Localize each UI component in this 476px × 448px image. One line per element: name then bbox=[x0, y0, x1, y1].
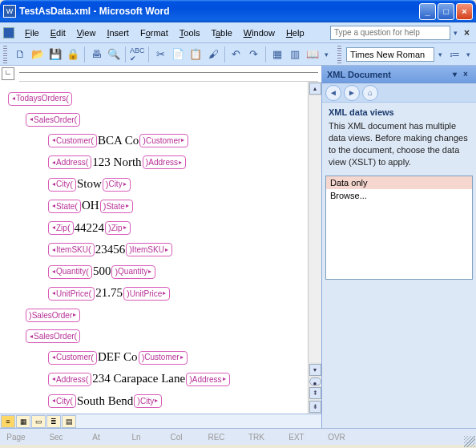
xml-tag-end[interactable]: )Address▸ bbox=[143, 155, 186, 169]
toolbar-overflow-icon[interactable]: ▾ bbox=[322, 50, 331, 59]
xml-tag-start[interactable]: ◂TodaysOrders( bbox=[8, 92, 72, 106]
xml-tag-end[interactable]: )Zip▸ bbox=[105, 221, 131, 235]
horizontal-ruler[interactable]: ∟ bbox=[19, 66, 318, 82]
nav-home-button[interactable]: ⌂ bbox=[362, 85, 378, 101]
tables-button[interactable]: ▦ bbox=[269, 46, 285, 63]
menu-view[interactable]: View bbox=[71, 26, 102, 40]
xml-tag-start[interactable]: ◂UnitPrice( bbox=[48, 287, 95, 301]
xml-tag-end[interactable]: )Address▸ bbox=[186, 373, 229, 386]
resize-grip[interactable] bbox=[464, 436, 475, 447]
xml-tag-end[interactable]: )Customer▸ bbox=[139, 351, 188, 365]
print-preview-button[interactable]: 🔍 bbox=[106, 46, 122, 63]
xml-tag-start[interactable]: ◂SalesOrder( bbox=[26, 113, 80, 127]
permission-button[interactable]: 🔒 bbox=[65, 46, 81, 63]
scroll-down-button[interactable]: ▾ bbox=[309, 364, 321, 376]
copy-button[interactable]: 📄 bbox=[170, 46, 186, 63]
font-dropdown-icon[interactable]: ▾ bbox=[436, 50, 445, 59]
field-value[interactable]: Stow bbox=[76, 177, 103, 190]
field-value[interactable]: BCA Co bbox=[97, 134, 139, 147]
cut-button[interactable]: ✂ bbox=[152, 46, 168, 63]
status-rec[interactable]: REC bbox=[205, 433, 228, 442]
xml-tag-end[interactable]: )ItemSKU▸ bbox=[126, 243, 172, 256]
toolbar-grip[interactable] bbox=[337, 46, 341, 63]
minimize-button[interactable]: _ bbox=[419, 3, 436, 20]
outline-view-button[interactable]: ≣ bbox=[46, 415, 61, 428]
open-button[interactable]: 📂 bbox=[30, 46, 46, 63]
menu-tools[interactable]: Tools bbox=[174, 26, 206, 40]
menu-format[interactable]: Format bbox=[135, 26, 174, 40]
xml-tag-end[interactable]: )UnitPrice▸ bbox=[123, 287, 170, 301]
status-trk[interactable]: TRK bbox=[245, 433, 268, 442]
field-value[interactable]: South Bend bbox=[76, 394, 134, 407]
nav-forward-button[interactable]: ► bbox=[344, 85, 360, 101]
taskpane-menu-icon[interactable]: ▾ bbox=[449, 70, 460, 79]
browse-object-button[interactable]: ● bbox=[309, 377, 321, 385]
status-ovr[interactable]: OVR bbox=[325, 433, 348, 442]
menu-table[interactable]: Table bbox=[205, 26, 237, 40]
toolbar-grip[interactable] bbox=[3, 46, 7, 63]
prev-page-button[interactable]: ⇞ bbox=[309, 387, 321, 399]
xml-tag-start[interactable]: ◂Zip( bbox=[48, 221, 74, 235]
xml-tag-start[interactable]: ◂Address( bbox=[48, 373, 91, 386]
xml-tag-end[interactable]: )City▸ bbox=[134, 394, 162, 408]
menu-insert[interactable]: Insert bbox=[101, 26, 135, 40]
menu-help[interactable]: Help bbox=[280, 26, 310, 40]
status-ext[interactable]: EXT bbox=[285, 433, 308, 442]
field-value[interactable]: DEF Co bbox=[97, 350, 139, 363]
list-item[interactable]: Browse... bbox=[326, 189, 472, 202]
normal-view-button[interactable]: ≡ bbox=[1, 415, 15, 428]
next-page-button[interactable]: ⇟ bbox=[309, 401, 321, 413]
xml-tag-start[interactable]: ◂City( bbox=[48, 394, 76, 408]
redo-button[interactable]: ↷ bbox=[246, 46, 262, 63]
tab-selector[interactable]: ∟ bbox=[2, 67, 14, 80]
xml-tag-start[interactable]: ◂Customer( bbox=[48, 134, 97, 147]
columns-button[interactable]: ▥ bbox=[287, 46, 303, 63]
doc-close-button[interactable]: × bbox=[461, 27, 473, 38]
paste-button[interactable]: 📋 bbox=[188, 46, 204, 63]
field-value[interactable]: 23456 bbox=[95, 243, 127, 256]
menu-window[interactable]: Window bbox=[238, 26, 280, 40]
spellcheck-button[interactable]: ABC✔ bbox=[129, 46, 146, 63]
web-view-button[interactable]: ▦ bbox=[16, 415, 30, 428]
undo-button[interactable]: ↶ bbox=[228, 46, 244, 63]
field-value[interactable]: 234 Carapace Lane bbox=[91, 372, 186, 385]
xml-tag-start[interactable]: ◂ItemSKU( bbox=[48, 243, 95, 256]
xml-tag-start[interactable]: ◂State( bbox=[48, 200, 81, 213]
xml-tag-end[interactable]: )SalesOrder▸ bbox=[26, 309, 80, 322]
read-button[interactable]: 📖 bbox=[305, 46, 321, 63]
scroll-track[interactable] bbox=[309, 96, 321, 362]
help-dropdown-icon[interactable]: ▾ bbox=[450, 29, 461, 37]
xml-tag-end[interactable]: )State▸ bbox=[100, 200, 133, 213]
field-value[interactable]: 44224 bbox=[74, 221, 106, 234]
print-view-button[interactable]: ▭ bbox=[31, 415, 46, 428]
xml-tag-end[interactable]: )City▸ bbox=[103, 178, 131, 192]
vertical-scrollbar[interactable]: ▴ ▾ ● ⇞ ⇟ bbox=[308, 82, 321, 414]
maximize-button[interactable]: □ bbox=[438, 3, 454, 20]
font-name-combo[interactable] bbox=[346, 47, 434, 62]
format-painter-button[interactable]: 🖌 bbox=[205, 46, 221, 63]
xml-tag-end[interactable]: )Quantity▸ bbox=[111, 265, 155, 279]
document-body[interactable]: ◂TodaysOrders( ◂SalesOrder( ◂Customer(BC… bbox=[0, 82, 308, 414]
nav-back-button[interactable]: ◄ bbox=[325, 85, 341, 101]
print-button[interactable]: 🖶 bbox=[88, 46, 104, 63]
xml-tag-start[interactable]: ◂City( bbox=[48, 178, 76, 192]
new-doc-button[interactable]: 🗋 bbox=[12, 46, 28, 63]
xml-tag-start[interactable]: ◂Quantity( bbox=[48, 265, 92, 279]
reading-view-button[interactable]: ▤ bbox=[62, 415, 76, 428]
field-value[interactable]: OH bbox=[81, 199, 100, 212]
field-value[interactable]: 500 bbox=[92, 264, 112, 277]
formatting-overflow-icon[interactable]: ▾ bbox=[464, 50, 473, 59]
close-button[interactable]: × bbox=[456, 3, 473, 20]
list-item[interactable]: Data only bbox=[326, 176, 472, 189]
menu-edit[interactable]: Edit bbox=[45, 26, 71, 40]
field-value[interactable]: 21.75 bbox=[95, 286, 123, 299]
xml-tag-start[interactable]: ◂Customer( bbox=[48, 351, 97, 365]
data-views-list[interactable]: Data only Browse... bbox=[325, 176, 473, 280]
xml-tag-start[interactable]: ◂Address( bbox=[48, 155, 91, 169]
field-value[interactable]: 123 North bbox=[91, 155, 142, 168]
menu-file[interactable]: File bbox=[19, 26, 45, 40]
help-search-input[interactable] bbox=[330, 26, 450, 40]
save-button[interactable]: 💾 bbox=[47, 46, 63, 63]
taskpane-close-button[interactable]: × bbox=[460, 70, 471, 79]
scroll-up-button[interactable]: ▴ bbox=[309, 83, 321, 95]
